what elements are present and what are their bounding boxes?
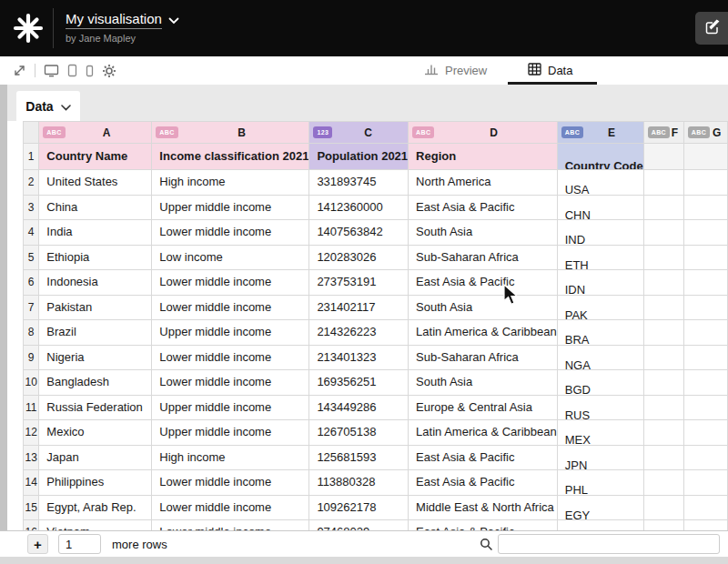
- data-cell[interactable]: [643, 345, 683, 370]
- data-cell[interactable]: East Asia & Pacific: [409, 520, 558, 531]
- data-cell[interactable]: Mexico: [39, 420, 152, 446]
- column-header-e[interactable]: ABCE: [557, 122, 643, 144]
- row-number[interactable]: 11: [24, 395, 39, 420]
- data-cell[interactable]: Upper middle income: [152, 195, 309, 220]
- data-cell[interactable]: [643, 395, 683, 420]
- data-cell[interactable]: Lower middle income: [152, 220, 309, 246]
- data-cell[interactable]: East Asia & Pacific: [409, 470, 558, 496]
- data-cell[interactable]: [683, 445, 727, 470]
- row-number[interactable]: 2: [24, 170, 39, 196]
- data-cell[interactable]: [683, 320, 727, 346]
- row-number[interactable]: 1: [24, 144, 39, 170]
- data-cell[interactable]: [643, 520, 683, 531]
- data-cell[interactable]: [683, 420, 727, 446]
- data-cell[interactable]: Low income: [152, 245, 309, 270]
- data-cell[interactable]: [683, 295, 727, 320]
- row-number[interactable]: 5: [24, 245, 39, 270]
- data-cell[interactable]: Upper middle income: [152, 395, 309, 420]
- row-number[interactable]: 4: [24, 220, 39, 246]
- visualisation-title[interactable]: My visualisation: [66, 11, 162, 29]
- data-cell[interactable]: 213401323: [309, 345, 409, 370]
- data-cell[interactable]: Latin America & Caribbean: [409, 420, 558, 446]
- tab-data[interactable]: Data: [528, 56, 572, 85]
- data-cell[interactable]: IND: [557, 220, 643, 246]
- data-cell[interactable]: East Asia & Pacific: [409, 445, 558, 470]
- data-cell[interactable]: Lower middle income: [152, 495, 309, 520]
- data-cell[interactable]: [683, 195, 727, 220]
- row-number[interactable]: 13: [24, 445, 39, 470]
- data-cell[interactable]: [643, 495, 683, 520]
- share-button[interactable]: S: [695, 12, 728, 45]
- column-header-a[interactable]: ABCA: [39, 122, 152, 144]
- data-cell[interactable]: Pakistan: [39, 295, 152, 320]
- column-header-b[interactable]: ABCB: [152, 122, 309, 144]
- header-cell[interactable]: [683, 144, 727, 170]
- data-cell[interactable]: [643, 220, 683, 246]
- data-cell[interactable]: [643, 170, 683, 196]
- column-header-f[interactable]: ABCF: [643, 122, 683, 144]
- data-cell[interactable]: [683, 495, 727, 520]
- data-cell[interactable]: RUS: [557, 395, 643, 420]
- data-cell[interactable]: South Asia: [409, 295, 558, 320]
- data-cell[interactable]: North America: [409, 170, 558, 196]
- data-cell[interactable]: Bangladesh: [39, 370, 152, 396]
- data-cell[interactable]: PHL: [557, 470, 643, 496]
- header-cell[interactable]: Income classification 2021: [152, 144, 309, 170]
- data-cell[interactable]: Lower middle income: [152, 345, 309, 370]
- data-cell[interactable]: India: [39, 220, 152, 246]
- data-cell[interactable]: BRA: [557, 320, 643, 346]
- data-cell[interactable]: Philippines: [39, 470, 152, 496]
- data-cell[interactable]: Lower middle income: [152, 270, 309, 296]
- column-header-c[interactable]: 123C: [309, 122, 409, 144]
- data-cell[interactable]: Russia Federation: [39, 395, 152, 420]
- data-cell[interactable]: 331893745: [309, 170, 409, 196]
- row-number[interactable]: 7: [24, 295, 39, 320]
- data-cell[interactable]: Europe & Central Asia: [409, 395, 558, 420]
- header-cell[interactable]: Country Code: [557, 144, 643, 170]
- data-cell[interactable]: Ethiopia: [39, 245, 152, 270]
- data-cell[interactable]: East Asia & Pacific: [409, 270, 558, 296]
- sheet-tab-data[interactable]: Data: [16, 91, 80, 121]
- data-cell[interactable]: Latin America & Caribbean: [409, 320, 558, 346]
- row-number[interactable]: 12: [24, 420, 39, 446]
- data-cell[interactable]: China: [39, 195, 152, 220]
- row-number[interactable]: 6: [24, 270, 39, 296]
- data-cell[interactable]: [643, 370, 683, 396]
- data-cell[interactable]: EGY: [557, 495, 643, 520]
- data-cell[interactable]: 273753191: [309, 270, 409, 296]
- data-cell[interactable]: East Asia & Pacific: [409, 195, 558, 220]
- data-cell[interactable]: United States: [39, 170, 152, 196]
- data-cell[interactable]: Vietnam: [39, 520, 152, 531]
- data-cell[interactable]: Sub-Saharan Africa: [409, 245, 558, 270]
- data-cell[interactable]: [683, 270, 727, 296]
- asterisk-logo-icon[interactable]: [12, 12, 45, 45]
- data-cell[interactable]: [683, 245, 727, 270]
- header-cell[interactable]: [643, 144, 683, 170]
- data-cell[interactable]: 97468029: [309, 520, 409, 531]
- row-number[interactable]: 8: [24, 320, 39, 346]
- data-cell[interactable]: 1412360000: [309, 195, 409, 220]
- row-number[interactable]: 9: [24, 345, 39, 370]
- data-cell[interactable]: MEX: [557, 420, 643, 446]
- data-cell[interactable]: Sub-Saharan Africa: [409, 345, 558, 370]
- column-header-g[interactable]: ABCG: [683, 122, 727, 144]
- data-cell[interactable]: BGD: [557, 370, 643, 396]
- data-cell[interactable]: [683, 520, 727, 531]
- data-cell[interactable]: Japan: [39, 445, 152, 470]
- desktop-icon[interactable]: [44, 64, 59, 77]
- row-number[interactable]: 3: [24, 195, 39, 220]
- data-cell[interactable]: [683, 395, 727, 420]
- data-cell[interactable]: 1407563842: [309, 220, 409, 246]
- data-cell[interactable]: Middle East & North Africa: [409, 495, 558, 520]
- data-cell[interactable]: [683, 170, 727, 196]
- header-cell[interactable]: Population 2021: [309, 144, 409, 170]
- data-cell[interactable]: [643, 295, 683, 320]
- data-cell[interactable]: CHN: [557, 195, 643, 220]
- data-cell[interactable]: 113880328: [309, 470, 409, 496]
- data-cell[interactable]: USA: [557, 170, 643, 196]
- data-cell[interactable]: 120283026: [309, 245, 409, 270]
- data-cell[interactable]: 169356251: [309, 370, 409, 396]
- row-number[interactable]: 15: [24, 495, 39, 520]
- column-header-d[interactable]: ABCD: [409, 122, 558, 144]
- data-cell[interactable]: [683, 345, 727, 370]
